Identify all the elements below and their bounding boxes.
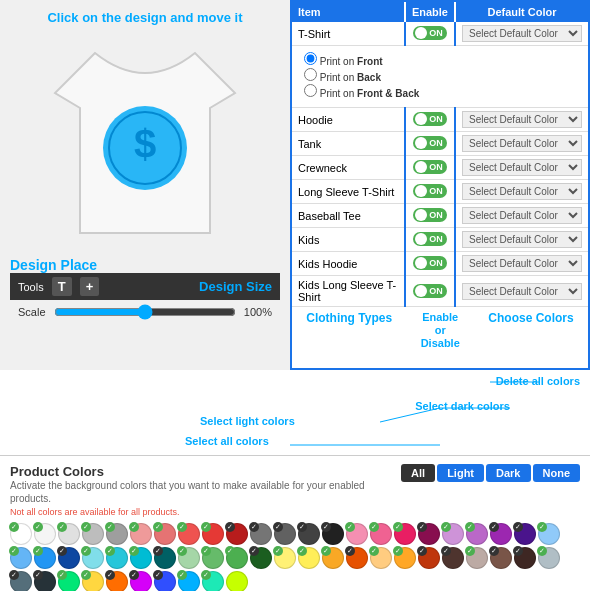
color-swatch[interactable]: ✓	[274, 547, 296, 569]
item-header: Item	[292, 2, 405, 22]
color-swatch[interactable]: ✓	[130, 523, 152, 545]
filter-none-button[interactable]: None	[533, 464, 581, 482]
color-swatch[interactable]: ✓	[10, 547, 32, 569]
color-swatch[interactable]: ✓	[34, 571, 56, 591]
toggle-switch[interactable]: ON	[413, 208, 447, 222]
clothing-enable-toggle[interactable]: ON	[405, 228, 455, 252]
color-swatch[interactable]: ✓	[346, 523, 368, 545]
color-swatch[interactable]: ✓	[58, 571, 80, 591]
color-swatch[interactable]: ✓	[34, 547, 56, 569]
color-swatch[interactable]: ✓	[514, 547, 536, 569]
color-swatch[interactable]: ✓	[106, 547, 128, 569]
tool-t-button[interactable]: T	[52, 277, 72, 296]
color-swatch[interactable]: ✓	[226, 547, 248, 569]
color-select-dropdown[interactable]: Select Default Color	[462, 135, 582, 152]
color-swatch[interactable]: ✓	[514, 523, 536, 545]
color-swatch[interactable]: ✓	[322, 523, 344, 545]
clothing-row: Kids Long Sleeve T-ShirtONSelect Default…	[292, 276, 588, 307]
color-swatch[interactable]: ✓	[466, 547, 488, 569]
color-swatch[interactable]: ✓	[466, 523, 488, 545]
tshirt-area[interactable]: $	[45, 33, 245, 253]
color-swatch[interactable]: ✓	[418, 547, 440, 569]
color-swatch[interactable]: ✓	[178, 523, 200, 545]
color-swatch[interactable]: ✓	[202, 571, 224, 591]
color-swatch[interactable]: ✓	[178, 571, 200, 591]
toggle-switch[interactable]: ON	[413, 160, 447, 174]
print-front-option[interactable]: Print on Front	[304, 52, 576, 67]
color-swatch[interactable]: ✓	[322, 547, 344, 569]
scale-slider[interactable]	[54, 304, 236, 320]
color-swatch[interactable]: ✓	[346, 547, 368, 569]
print-both-option[interactable]: Print on Front & Back	[304, 84, 576, 99]
color-swatch[interactable]: ✓	[490, 523, 512, 545]
color-swatch[interactable]: ✓	[538, 547, 560, 569]
color-swatch[interactable]: ✓	[58, 547, 80, 569]
color-swatch[interactable]: ✓	[226, 523, 248, 545]
color-swatch[interactable]: ✓	[418, 523, 440, 545]
color-swatch[interactable]: ✓	[130, 547, 152, 569]
color-swatch[interactable]: ✓	[298, 523, 320, 545]
color-swatch[interactable]: ✓	[82, 547, 104, 569]
clothing-enable-toggle[interactable]: ON	[405, 204, 455, 228]
color-swatch[interactable]: ✓	[250, 523, 272, 545]
color-swatch[interactable]: ✓	[490, 547, 512, 569]
toggle-switch[interactable]: ON	[413, 256, 447, 270]
toggle-switch[interactable]: ON	[413, 136, 447, 150]
color-swatch[interactable]: ✓	[106, 523, 128, 545]
color-swatch[interactable]: ✓	[154, 523, 176, 545]
color-swatch[interactable]: ✓	[394, 547, 416, 569]
color-select-dropdown[interactable]: Select Default Color	[462, 283, 582, 300]
color-swatch[interactable]: ✓	[58, 523, 80, 545]
color-swatch[interactable]: ✓	[178, 547, 200, 569]
clothing-enable-toggle[interactable]: ON	[405, 180, 455, 204]
color-swatch[interactable]: ✓	[370, 547, 392, 569]
toggle-switch[interactable]: ON	[413, 284, 447, 298]
filter-all-button[interactable]: All	[401, 464, 435, 482]
color-swatch[interactable]: ✓	[538, 523, 560, 545]
color-swatch[interactable]: ✓	[10, 571, 32, 591]
color-swatch[interactable]: ✓	[250, 547, 272, 569]
print-back-option[interactable]: Print on Back	[304, 68, 576, 83]
color-swatch[interactable]: ✓	[130, 571, 152, 591]
color-swatch[interactable]: ✓	[82, 523, 104, 545]
toggle-switch[interactable]: ON	[413, 232, 447, 246]
color-swatch[interactable]: ✓	[202, 523, 224, 545]
print-both-radio[interactable]	[304, 84, 317, 97]
color-swatch[interactable]: ✓	[274, 523, 296, 545]
color-swatch[interactable]: ✓	[154, 547, 176, 569]
tool-plus-button[interactable]: +	[80, 277, 100, 296]
color-swatch[interactable]: ✓	[82, 571, 104, 591]
clothing-enable-toggle[interactable]: ON	[405, 108, 455, 132]
clothing-row: HoodieONSelect Default Color	[292, 108, 588, 132]
toggle-switch[interactable]: ON	[413, 26, 447, 40]
color-select-dropdown[interactable]: Select Default Color	[462, 183, 582, 200]
color-select-dropdown[interactable]: Select Default Color	[462, 255, 582, 272]
filter-dark-button[interactable]: Dark	[486, 464, 530, 482]
color-select-dropdown[interactable]: Select Default Color	[462, 111, 582, 128]
clothing-enable-toggle[interactable]: ON	[405, 252, 455, 276]
color-swatch[interactable]: ✓	[34, 523, 56, 545]
print-back-radio[interactable]	[304, 68, 317, 81]
color-select-dropdown[interactable]: Select Default Color	[462, 25, 582, 42]
color-swatch[interactable]: ✓	[370, 523, 392, 545]
color-swatch[interactable]: ✓	[10, 523, 32, 545]
toggle-switch[interactable]: ON	[413, 184, 447, 198]
color-select-dropdown[interactable]: Select Default Color	[462, 207, 582, 224]
clothing-enable-toggle[interactable]: ON	[405, 276, 455, 307]
clothing-enable-toggle[interactable]: ON	[405, 22, 455, 46]
color-swatch[interactable]: ✓	[202, 547, 224, 569]
color-select-dropdown[interactable]: Select Default Color	[462, 231, 582, 248]
toggle-switch[interactable]: ON	[413, 112, 447, 126]
color-select-dropdown[interactable]: Select Default Color	[462, 159, 582, 176]
color-swatch[interactable]: ✓	[442, 523, 464, 545]
print-front-radio[interactable]	[304, 52, 317, 65]
color-swatch[interactable]: ✓	[154, 571, 176, 591]
clothing-enable-toggle[interactable]: ON	[405, 156, 455, 180]
color-swatch[interactable]: ✓	[394, 523, 416, 545]
filter-light-button[interactable]: Light	[437, 464, 484, 482]
color-swatch[interactable]: ✓	[106, 571, 128, 591]
color-swatch[interactable]: ✓	[298, 547, 320, 569]
clothing-enable-toggle[interactable]: ON	[405, 132, 455, 156]
color-swatch[interactable]: ✓	[442, 547, 464, 569]
color-swatch[interactable]	[226, 571, 248, 591]
